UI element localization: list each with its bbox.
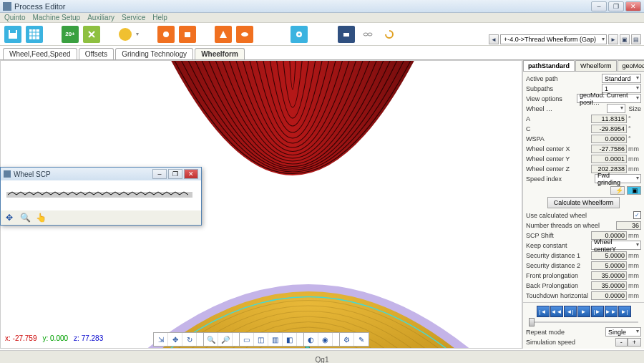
wheel-scp-toolbar: ✥ 🔍 👆 <box>1 210 201 225</box>
wcx-label: Wheel center X <box>526 145 591 153</box>
c-label: C <box>526 125 591 132</box>
vp-zoom-in-icon[interactable]: 🔍 <box>204 333 218 346</box>
topright-toolbar: ◄ +-4.0->Thread Wheelform (Gap) ► ▣ ▤ <box>489 34 641 44</box>
speed-index-label: Speed index <box>526 175 595 183</box>
wheel-scp-titlebar[interactable]: Wheel SCP – ❐ ✕ <box>1 168 201 180</box>
sun-icon[interactable] <box>119 28 132 41</box>
maximize-button[interactable]: ❐ <box>608 1 624 11</box>
vp-view-b-icon[interactable]: ◫ <box>254 333 268 346</box>
rp-tab-geomod[interactable]: geoMod <box>618 60 644 71</box>
tool-orange3-icon[interactable] <box>215 26 232 43</box>
slider-thumb[interactable] <box>529 318 535 326</box>
wcx-input[interactable] <box>591 145 627 153</box>
menu-service[interactable]: Service <box>122 14 145 21</box>
step-forward-button[interactable]: |► <box>591 306 604 317</box>
vp-zoom-out-icon[interactable]: 🔎 <box>218 333 233 346</box>
vp-rotate-icon[interactable]: ↻ <box>182 333 197 346</box>
touchdown-input[interactable] <box>591 291 627 300</box>
wcy-input[interactable] <box>591 155 627 163</box>
fast-forward-button[interactable]: ►► <box>605 306 618 317</box>
nav-next-button[interactable]: ► <box>608 34 618 44</box>
playback-slider[interactable] <box>529 321 638 323</box>
top-tool-b-icon[interactable]: ▤ <box>631 34 641 44</box>
scp-move-icon[interactable]: ✥ <box>4 212 15 223</box>
tab-grinding-technology[interactable]: Grinding Technology <box>115 48 193 59</box>
tab-wheel-feed-speed[interactable]: Wheel,Feed,Speed <box>3 48 77 59</box>
repeat-combo[interactable]: Single <box>605 327 641 337</box>
wheel-scp-maximize-button[interactable]: ❐ <box>168 169 182 179</box>
wcy-unit: mm <box>627 155 641 163</box>
rp-tab-wheelform[interactable]: Wheelform <box>575 60 617 71</box>
minimize-button[interactable]: – <box>591 1 607 11</box>
tab-wheelform[interactable]: Wheelform <box>195 48 245 59</box>
top-tool-a-icon[interactable]: ▣ <box>620 34 630 44</box>
wheel-scp-minimize-button[interactable]: – <box>152 169 167 179</box>
backprol-input[interactable] <box>591 281 627 290</box>
tool-orange1-icon[interactable] <box>157 26 175 43</box>
scp-point-icon[interactable]: 👆 <box>35 212 47 223</box>
save-icon[interactable] <box>4 26 21 43</box>
active-path-combo[interactable]: Standard <box>602 74 641 83</box>
tool-orange4-icon[interactable] <box>236 26 253 43</box>
mini-tool-a-icon[interactable]: ⚡ <box>610 186 625 195</box>
vp-misc-b-icon[interactable]: ✎ <box>354 333 369 346</box>
tool-green2-icon[interactable] <box>83 26 100 43</box>
process-select-combo[interactable]: +-4.0->Thread Wheelform (Gap) <box>500 34 607 44</box>
wheel-scp-window[interactable]: Wheel SCP – ❐ ✕ ✥ 🔍 👆 <box>0 167 202 226</box>
skip-end-button[interactable]: ►| <box>618 306 631 317</box>
tool-blue-mid-icon[interactable] <box>291 26 308 43</box>
menu-auxiliary[interactable]: Auxiliary <box>87 14 114 21</box>
vp-view-a-icon[interactable]: ▭ <box>240 333 254 346</box>
keepconst-combo[interactable]: Wheel centerY <box>591 241 641 250</box>
vp-misc-a-icon[interactable]: ⚙ <box>340 333 354 346</box>
scpshift-label: SCP Shift <box>526 232 591 239</box>
view-options-combo[interactable]: geoMod: Current posit… <box>577 94 641 103</box>
tool-blue3-icon[interactable] <box>338 26 355 43</box>
rewind-button[interactable]: ◄◄ <box>550 306 563 317</box>
skip-start-button[interactable]: |◄ <box>537 306 550 317</box>
threads-input[interactable] <box>616 221 641 230</box>
wheel-scp-close-button[interactable]: ✕ <box>184 169 198 179</box>
vp-axis-icon[interactable]: ⇲ <box>154 333 168 346</box>
vp-view-d-icon[interactable]: ◧ <box>283 333 297 346</box>
step-back-button[interactable]: ◄| <box>564 306 577 317</box>
dropdown-caret-icon[interactable]: ▾ <box>136 31 139 37</box>
use-calc-checkbox[interactable]: ✓ <box>633 211 641 219</box>
close-button[interactable]: ✕ <box>625 1 641 11</box>
play-button[interactable]: ► <box>577 306 590 317</box>
wheel-scp-title: Wheel SCP <box>14 170 152 178</box>
speed-index-combo[interactable]: Fwd grinding <box>595 174 641 183</box>
tab-offsets[interactable]: Offsets <box>79 48 114 59</box>
rp-tab-pathstandard[interactable]: pathStandard <box>523 60 575 71</box>
active-path-label: Active path <box>526 75 602 82</box>
grid-icon[interactable] <box>26 26 43 43</box>
secd2-input[interactable] <box>591 261 627 270</box>
touchdown-label: Touchdown horizontal <box>526 292 591 299</box>
mini-tool-b-icon[interactable]: ▣ <box>627 186 641 195</box>
a-input[interactable] <box>591 115 627 123</box>
c-unit: ° <box>627 125 641 132</box>
vp-move-icon[interactable]: ✥ <box>168 333 182 346</box>
simspeed-minus-button[interactable]: - <box>615 338 628 347</box>
c-input[interactable] <box>591 125 627 133</box>
tool-link-icon[interactable] <box>359 26 376 43</box>
menu-quinto[interactable]: Quinto <box>4 14 25 21</box>
vp-view-c-icon[interactable]: ▥ <box>268 333 283 346</box>
tool-refresh-icon[interactable] <box>381 26 398 43</box>
scp-zoom-icon[interactable]: 🔍 <box>19 212 31 223</box>
menu-help[interactable]: Help <box>152 14 167 21</box>
svg-rect-1 <box>10 30 16 33</box>
tool-green1-icon[interactable]: 20+ <box>62 26 79 43</box>
wheel-sel-slider[interactable] <box>607 104 625 113</box>
wspa-input[interactable] <box>591 135 627 143</box>
menu-machine-setup[interactable]: Machine Setup <box>32 14 80 21</box>
titlebar: Process Editor – ❐ ✕ <box>0 0 644 13</box>
vp-toggle-b-icon[interactable]: ◉ <box>318 333 333 346</box>
vp-toggle-a-icon[interactable]: ◐ <box>304 333 318 346</box>
calculate-wheelform-button[interactable]: Calculate Wheelform <box>547 197 620 208</box>
threads-label: Number threads on wheel <box>526 222 616 229</box>
frontprol-input[interactable] <box>591 271 627 280</box>
tool-orange2-icon[interactable] <box>179 26 196 43</box>
nav-prev-button[interactable]: ◄ <box>489 34 499 44</box>
simspeed-plus-button[interactable]: + <box>628 338 641 347</box>
